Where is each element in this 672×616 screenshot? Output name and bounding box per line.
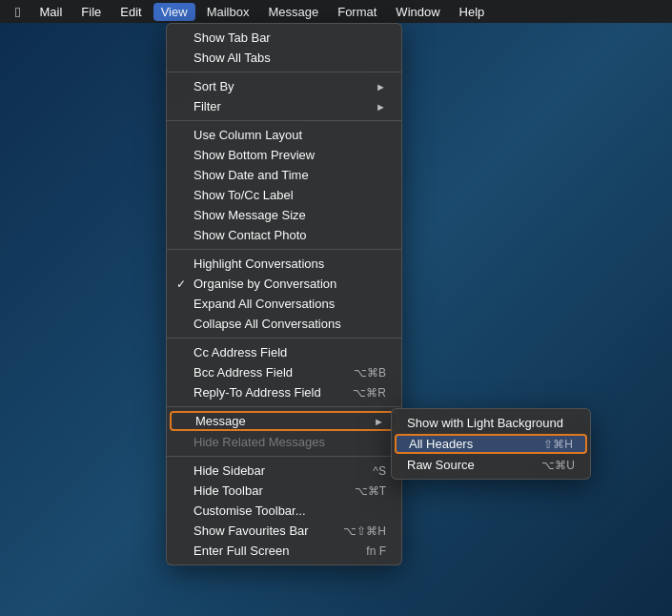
menu-view[interactable]: View	[153, 3, 195, 21]
show-favourites-shortcut: ⌥⇧⌘H	[343, 524, 386, 538]
message-submenu: Show with Light Background All Headers ⇧…	[391, 408, 591, 480]
menu-item-show-date-and-time[interactable]: Show Date and Time	[167, 165, 401, 185]
menu-item-reply-to-address-field[interactable]: Reply-To Address Field ⌥⌘R	[167, 382, 401, 402]
menu-mailbox[interactable]: Mailbox	[199, 3, 257, 21]
menu-item-organise-by-conversation[interactable]: ✓ Organise by Conversation	[167, 274, 401, 294]
arrow-icon: ►	[376, 81, 386, 92]
separator-6	[167, 456, 401, 457]
menu-item-hide-toolbar[interactable]: Hide Toolbar ⌥⌘T	[167, 481, 401, 501]
menu-item-use-column-layout[interactable]: Use Column Layout	[167, 125, 401, 145]
hide-toolbar-shortcut: ⌥⌘T	[355, 484, 386, 498]
menu-edit[interactable]: Edit	[112, 3, 149, 21]
menu-item-show-tab-bar[interactable]: Show Tab Bar	[167, 28, 401, 48]
separator-5	[167, 406, 401, 407]
view-dropdown: Show Tab Bar Show All Tabs Sort By ► Fil…	[166, 23, 402, 565]
menu-message[interactable]: Message	[260, 3, 326, 21]
arrow-icon: ►	[376, 101, 386, 113]
separator-3	[167, 249, 401, 250]
raw-source-shortcut: ⌥⌘U	[541, 459, 575, 472]
hide-sidebar-shortcut: ^S	[373, 464, 386, 478]
menu-item-show-favourites-bar[interactable]: Show Favourites Bar ⌥⇧⌘H	[167, 521, 401, 541]
menu-item-enter-full-screen[interactable]: Enter Full Screen fn F	[167, 541, 401, 561]
menu-item-show-bottom-preview[interactable]: Show Bottom Preview	[167, 145, 401, 165]
menu-item-show-message-size[interactable]: Show Message Size	[167, 205, 401, 225]
separator-1	[167, 72, 401, 72]
menu-item-bcc-address-field[interactable]: Bcc Address Field ⌥⌘B	[167, 362, 401, 382]
reply-to-shortcut: ⌥⌘R	[353, 386, 386, 400]
menu-mail[interactable]: Mail	[31, 3, 70, 21]
menu-item-sort-by[interactable]: Sort By ►	[167, 76, 401, 96]
menu-item-show-contact-photo[interactable]: Show Contact Photo	[167, 225, 401, 245]
menu-item-message[interactable]: Message ► Show with Light Background All…	[170, 411, 398, 431]
menu-help[interactable]: Help	[452, 3, 493, 21]
menu-window[interactable]: Window	[388, 3, 447, 21]
menu-item-collapse-all-conversations[interactable]: Collapse All Conversations	[167, 314, 401, 334]
menu-item-cc-address-field[interactable]: Cc Address Field	[167, 342, 401, 362]
all-headers-shortcut: ⇧⌘H	[543, 438, 573, 451]
menu-item-hide-sidebar[interactable]: Hide Sidebar ^S	[167, 461, 401, 481]
apple-menu-item[interactable]: 	[8, 4, 28, 20]
submenu-item-show-with-light-background[interactable]: Show with Light Background	[392, 413, 590, 433]
separator-2	[167, 120, 401, 121]
menu-item-show-all-tabs[interactable]: Show All Tabs	[167, 48, 401, 68]
menu-bar:  Mail File Edit View Mailbox Message Fo…	[0, 0, 672, 23]
menu-item-highlight-conversations[interactable]: Highlight Conversations	[167, 254, 401, 274]
submenu-item-all-headers[interactable]: All Headers ⇧⌘H	[395, 434, 587, 454]
bcc-shortcut: ⌥⌘B	[354, 366, 386, 380]
separator-4	[167, 338, 401, 339]
menu-format[interactable]: Format	[330, 3, 384, 21]
menu-item-show-tocc-label[interactable]: Show To/Cc Label	[167, 185, 401, 205]
menu-item-expand-all-conversations[interactable]: Expand All Conversations	[167, 294, 401, 314]
arrow-icon: ►	[374, 416, 384, 427]
menu-file[interactable]: File	[73, 3, 109, 21]
submenu-item-raw-source[interactable]: Raw Source ⌥⌘U	[392, 455, 590, 475]
menu-item-hide-related-messages: Hide Related Messages	[167, 432, 401, 452]
menu-item-customise-toolbar[interactable]: Customise Toolbar...	[167, 501, 401, 521]
enter-full-screen-shortcut: fn F	[366, 544, 386, 558]
menu-item-filter[interactable]: Filter ►	[167, 96, 401, 116]
checkmark-icon: ✓	[176, 277, 186, 291]
